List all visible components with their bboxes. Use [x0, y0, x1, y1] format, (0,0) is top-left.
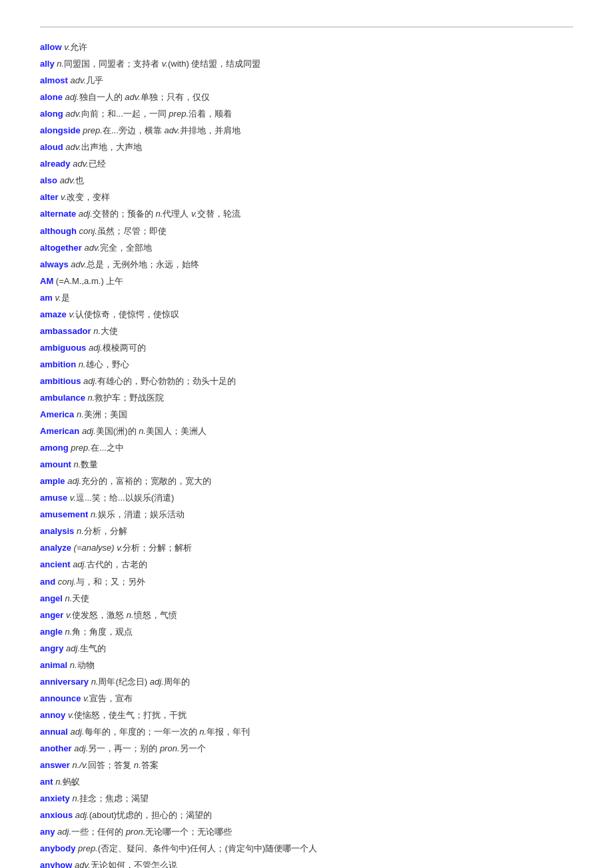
entry-definition: 角；角度，观点: [72, 627, 133, 637]
entry-line: ambitious adj.有雄心的，野心勃勃的；劲头十足的: [40, 373, 573, 389]
entry-word: ancient: [40, 559, 71, 569]
entry-pos: adv.: [65, 109, 81, 119]
entry-definition: 宣告，宣布: [89, 693, 133, 703]
entry-line: America n.美洲；美国: [40, 407, 573, 423]
entry-line: amusement n.娱乐，消遣；娱乐活动: [40, 507, 573, 523]
entry-pos: adj.: [75, 810, 89, 820]
entry-pos: adj.: [71, 727, 85, 737]
entry-line: almost adv.几乎: [40, 73, 573, 89]
entry-definition: 充分的，富裕的；宽敞的，宽大的: [81, 476, 211, 486]
entry-line: and conj.与，和；又；另外: [40, 574, 573, 590]
entry-line: anger v.使发怒，激怒 n.愤怒，气愤: [40, 607, 573, 623]
entry-pos: n.: [93, 326, 101, 336]
entry-definition: 分析；分解；解析: [123, 543, 192, 553]
entry-word: ample: [40, 476, 65, 486]
entry-word: angry: [40, 643, 63, 653]
entry-definition: 改变，变样: [67, 192, 110, 202]
entry-pos: prep.: [71, 443, 91, 453]
entry-word: anger: [40, 610, 63, 620]
entry-pos: v.: [68, 710, 74, 720]
entry-pos: (=analyse) v.: [74, 543, 123, 553]
entry-definition: 出声地，大声地: [81, 142, 142, 152]
entry-definition: 古代的，古老的: [87, 559, 147, 569]
entry-pos: n.: [65, 593, 73, 603]
entry-word: annual: [40, 727, 68, 737]
entry-line: anybody prep.(否定、疑问、条件句中)任何人；(肯定句中)随便哪一个…: [40, 841, 573, 857]
entry-word: allow: [40, 42, 62, 52]
entry-definition: 在...旁边，横靠 adv.并排地，并肩地: [103, 125, 241, 135]
entry-definition: 有雄心的，野心勃勃的；劲头十足的: [97, 376, 236, 386]
entry-definition: 是: [61, 293, 70, 303]
entry-definition: (about)忧虑的，担心的；渴望的: [89, 810, 212, 820]
entry-pos: adj.: [82, 426, 96, 436]
entry-word: anybody: [40, 843, 75, 853]
entry-definition: 动物: [77, 660, 95, 670]
entry-pos: v.: [61, 192, 67, 202]
entry-definition: 分析，分解: [84, 526, 127, 536]
entry-line: alongside prep.在...旁边，横靠 adv.并排地，并肩地: [40, 123, 573, 139]
entry-pos: n.: [65, 627, 73, 637]
entry-word: any: [40, 827, 55, 837]
entry-pos: adj.: [74, 743, 88, 753]
entry-definition: 回答；答复 n.答案: [88, 760, 158, 770]
entry-line: ample adj.充分的，富裕的；宽敞的，宽大的: [40, 473, 573, 489]
entry-pos: n.: [88, 393, 95, 403]
entry-word: am: [40, 293, 53, 303]
entry-definition: 向前；和...一起，一同 prep.沿着，顺着: [81, 109, 232, 119]
entry-line: alter v.改变，变样: [40, 189, 573, 205]
entry-pos: n.: [91, 509, 98, 519]
entry-pos: n.: [77, 526, 84, 536]
entry-line: ambassador n.大使: [40, 323, 573, 339]
entry-definition: 每年的，年度的；一年一次的 n.年报，年刊: [85, 727, 250, 737]
entry-word: altogether: [40, 243, 82, 253]
entry-pos: adj.: [57, 827, 71, 837]
entry-word: ambulance: [40, 393, 85, 403]
entry-pos: conj.: [79, 226, 97, 236]
entry-pos: adj.: [73, 559, 87, 569]
entry-word: announce: [40, 693, 81, 703]
entry-word: along: [40, 109, 63, 119]
entry-line: am v.是: [40, 290, 573, 306]
entry-line: animal n.动物: [40, 657, 573, 673]
entry-pos: n.: [77, 409, 84, 419]
entry-definition: 救护车；野战医院: [95, 393, 164, 403]
entry-definition: 完全，全部地: [100, 243, 152, 253]
entry-line: any adj.一些；任何的 pron.无论哪一个；无论哪些: [40, 824, 573, 840]
entry-definition: (否定、疑问、条件句中)任何人；(肯定句中)随便哪一个人: [98, 843, 317, 853]
entry-word: among: [40, 443, 69, 453]
entry-pos: v.: [83, 693, 89, 703]
entry-pos: adj.: [67, 476, 81, 486]
entry-word: also: [40, 175, 57, 185]
entry-word: ambitious: [40, 376, 81, 386]
entry-pos: adv.: [75, 860, 91, 868]
entry-word: amaze: [40, 309, 67, 319]
entry-pos: adj.: [66, 643, 80, 653]
entry-pos: adj.: [79, 209, 93, 219]
entry-line: announce v.宣告，宣布: [40, 691, 573, 707]
entry-pos: adv.: [84, 243, 100, 253]
entry-definition: 无论如何，不管怎么说: [91, 860, 177, 868]
entry-pos: v.: [69, 309, 75, 319]
entry-definition: 周年(纪念日) adj.周年的: [98, 677, 189, 687]
entry-word: alternate: [40, 209, 76, 219]
entry-line: among prep.在...之中: [40, 440, 573, 456]
entry-word: alone: [40, 92, 63, 102]
entry-line: aloud adv.出声地，大声地: [40, 139, 573, 155]
entry-word: and: [40, 577, 55, 587]
entry-line: ambulance n.救护车；野战医院: [40, 390, 573, 406]
entry-line: angry adj.生气的: [40, 641, 573, 657]
entry-word: America: [40, 409, 74, 419]
entry-pos: n.: [70, 660, 77, 670]
entry-line: amaze v.认使惊奇，使惊愕，使惊叹: [40, 307, 573, 323]
top-divider: [40, 27, 573, 27]
entry-definition: 也: [75, 175, 84, 185]
entry-word: amusement: [40, 509, 88, 519]
entry-line: anxious adj.(about)忧虑的，担心的；渴望的: [40, 807, 573, 823]
entry-line: alone adj.独自一人的 adv.单独；只有，仅仅: [40, 89, 573, 105]
entry-definition: 蚂蚁: [63, 777, 80, 787]
entry-line: annual adj.每年的，年度的；一年一次的 n.年报，年刊: [40, 724, 573, 740]
entry-word: amuse: [40, 493, 67, 503]
entry-pos: adj.: [89, 343, 103, 353]
entry-pos: n.: [74, 459, 81, 469]
entry-line: always adv.总是，无例外地；永远，始终: [40, 257, 573, 273]
